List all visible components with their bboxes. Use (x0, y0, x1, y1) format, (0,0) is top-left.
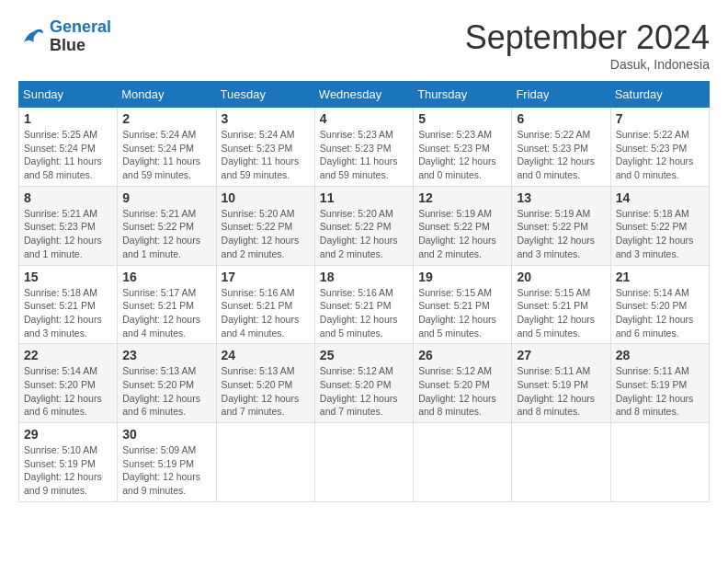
calendar-table: Sunday Monday Tuesday Wednesday Thursday… (18, 81, 710, 502)
day-info: Sunrise: 5:18 AMSunset: 5:21 PMDaylight:… (24, 286, 112, 340)
calendar-cell: 1 Sunrise: 5:25 AMSunset: 5:24 PMDayligh… (19, 108, 118, 187)
day-info: Sunrise: 5:12 AMSunset: 5:20 PMDaylight:… (320, 364, 408, 419)
calendar-cell: 14 Sunrise: 5:18 AMSunset: 5:22 PMDaylig… (610, 186, 709, 265)
calendar-cell (414, 423, 512, 502)
day-number: 25 (320, 348, 408, 362)
calendar-cell: 30 Sunrise: 5:09 AMSunset: 5:19 PMDaylig… (118, 423, 216, 502)
day-number: 10 (222, 190, 310, 205)
day-info: Sunrise: 5:12 AMSunset: 5:20 PMDaylight:… (418, 364, 506, 419)
calendar-cell: 3 Sunrise: 5:24 AMSunset: 5:23 PMDayligh… (216, 108, 314, 187)
day-number: 7 (616, 111, 704, 126)
calendar-week-2: 15 Sunrise: 5:18 AMSunset: 5:21 PMDaylig… (19, 265, 710, 344)
day-number: 14 (616, 190, 704, 205)
day-info: Sunrise: 5:20 AMSunset: 5:22 PMDaylight:… (320, 207, 408, 261)
calendar-cell: 22 Sunrise: 5:14 AMSunset: 5:20 PMDaylig… (19, 344, 118, 423)
day-info: Sunrise: 5:17 AMSunset: 5:21 PMDaylight:… (122, 286, 210, 340)
day-number: 30 (122, 427, 210, 442)
day-info: Sunrise: 5:21 AMSunset: 5:22 PMDaylight:… (122, 207, 210, 261)
day-info: Sunrise: 5:24 AMSunset: 5:24 PMDaylight:… (122, 128, 210, 182)
day-number: 2 (122, 111, 210, 126)
calendar-cell: 13 Sunrise: 5:19 AMSunset: 5:22 PMDaylig… (512, 186, 610, 265)
day-number: 13 (517, 190, 605, 205)
day-info: Sunrise: 5:22 AMSunset: 5:23 PMDaylight:… (616, 128, 704, 182)
day-info: Sunrise: 5:21 AMSunset: 5:23 PMDaylight:… (24, 207, 112, 261)
calendar-cell: 2 Sunrise: 5:24 AMSunset: 5:24 PMDayligh… (118, 108, 216, 187)
calendar-cell: 21 Sunrise: 5:14 AMSunset: 5:20 PMDaylig… (610, 265, 709, 344)
header-wednesday: Wednesday (314, 82, 413, 108)
calendar-week-4: 29 Sunrise: 5:10 AMSunset: 5:19 PMDaylig… (19, 423, 710, 502)
day-number: 3 (222, 111, 310, 126)
day-number: 26 (418, 348, 506, 362)
day-number: 18 (320, 270, 408, 284)
logo-text: GeneralBlue (50, 18, 111, 55)
day-info: Sunrise: 5:23 AMSunset: 5:23 PMDaylight:… (320, 128, 408, 182)
header-saturday: Saturday (610, 82, 709, 108)
day-number: 11 (320, 190, 408, 205)
weekday-header-row: Sunday Monday Tuesday Wednesday Thursday… (19, 82, 710, 108)
header-friday: Friday (512, 82, 610, 108)
day-number: 12 (418, 190, 506, 205)
day-number: 9 (122, 190, 210, 205)
calendar-cell: 27 Sunrise: 5:11 AMSunset: 5:19 PMDaylig… (512, 344, 610, 423)
calendar-cell: 8 Sunrise: 5:21 AMSunset: 5:23 PMDayligh… (19, 186, 118, 265)
calendar-cell: 15 Sunrise: 5:18 AMSunset: 5:21 PMDaylig… (19, 265, 118, 344)
calendar-cell: 6 Sunrise: 5:22 AMSunset: 5:23 PMDayligh… (512, 108, 610, 187)
calendar-cell: 19 Sunrise: 5:15 AMSunset: 5:21 PMDaylig… (414, 265, 512, 344)
logo-icon (18, 23, 46, 51)
day-info: Sunrise: 5:14 AMSunset: 5:20 PMDaylight:… (616, 286, 704, 340)
day-number: 29 (24, 427, 112, 442)
calendar-cell: 24 Sunrise: 5:13 AMSunset: 5:20 PMDaylig… (216, 344, 314, 423)
calendar-week-1: 8 Sunrise: 5:21 AMSunset: 5:23 PMDayligh… (19, 186, 710, 265)
day-number: 16 (122, 270, 210, 284)
day-number: 4 (320, 111, 408, 126)
day-number: 24 (222, 348, 310, 362)
calendar-cell: 5 Sunrise: 5:23 AMSunset: 5:23 PMDayligh… (414, 108, 512, 187)
header-thursday: Thursday (414, 82, 512, 108)
day-number: 23 (122, 348, 210, 362)
calendar-week-3: 22 Sunrise: 5:14 AMSunset: 5:20 PMDaylig… (19, 344, 710, 423)
calendar-cell: 12 Sunrise: 5:19 AMSunset: 5:22 PMDaylig… (414, 186, 512, 265)
calendar-cell (512, 423, 610, 502)
day-number: 20 (517, 270, 605, 284)
day-info: Sunrise: 5:19 AMSunset: 5:22 PMDaylight:… (517, 207, 605, 261)
day-info: Sunrise: 5:20 AMSunset: 5:22 PMDaylight:… (222, 207, 310, 261)
day-number: 17 (222, 270, 310, 284)
calendar-cell: 18 Sunrise: 5:16 AMSunset: 5:21 PMDaylig… (314, 265, 413, 344)
day-info: Sunrise: 5:23 AMSunset: 5:23 PMDaylight:… (418, 128, 506, 182)
location: Dasuk, Indonesia (465, 57, 710, 72)
day-number: 19 (418, 270, 506, 284)
logo: GeneralBlue (18, 18, 111, 55)
day-number: 6 (517, 111, 605, 126)
day-info: Sunrise: 5:18 AMSunset: 5:22 PMDaylight:… (616, 207, 704, 261)
day-info: Sunrise: 5:10 AMSunset: 5:19 PMDaylight:… (24, 443, 112, 498)
calendar-cell: 29 Sunrise: 5:10 AMSunset: 5:19 PMDaylig… (19, 423, 118, 502)
calendar-cell (216, 423, 314, 502)
calendar-cell: 10 Sunrise: 5:20 AMSunset: 5:22 PMDaylig… (216, 186, 314, 265)
day-number: 21 (616, 270, 704, 284)
month-title: September 2024 (465, 18, 710, 57)
day-number: 28 (616, 348, 704, 362)
day-info: Sunrise: 5:16 AMSunset: 5:21 PMDaylight:… (320, 286, 408, 340)
calendar-cell: 17 Sunrise: 5:16 AMSunset: 5:21 PMDaylig… (216, 265, 314, 344)
day-number: 15 (24, 270, 112, 284)
day-info: Sunrise: 5:11 AMSunset: 5:19 PMDaylight:… (616, 364, 704, 419)
day-number: 5 (418, 111, 506, 126)
calendar-week-0: 1 Sunrise: 5:25 AMSunset: 5:24 PMDayligh… (19, 108, 710, 187)
calendar-cell: 23 Sunrise: 5:13 AMSunset: 5:20 PMDaylig… (118, 344, 216, 423)
calendar-cell: 16 Sunrise: 5:17 AMSunset: 5:21 PMDaylig… (118, 265, 216, 344)
calendar-cell: 28 Sunrise: 5:11 AMSunset: 5:19 PMDaylig… (610, 344, 709, 423)
day-info: Sunrise: 5:11 AMSunset: 5:19 PMDaylight:… (517, 364, 605, 419)
header-tuesday: Tuesday (216, 82, 314, 108)
day-info: Sunrise: 5:19 AMSunset: 5:22 PMDaylight:… (418, 207, 506, 261)
calendar-cell: 25 Sunrise: 5:12 AMSunset: 5:20 PMDaylig… (314, 344, 413, 423)
day-info: Sunrise: 5:13 AMSunset: 5:20 PMDaylight:… (122, 364, 210, 419)
page-header: GeneralBlue September 2024 Dasuk, Indone… (18, 18, 710, 72)
header-sunday: Sunday (19, 82, 118, 108)
calendar-cell: 7 Sunrise: 5:22 AMSunset: 5:23 PMDayligh… (610, 108, 709, 187)
day-info: Sunrise: 5:25 AMSunset: 5:24 PMDaylight:… (24, 128, 112, 182)
day-info: Sunrise: 5:24 AMSunset: 5:23 PMDaylight:… (222, 128, 310, 182)
day-number: 1 (24, 111, 112, 126)
title-block: September 2024 Dasuk, Indonesia (465, 18, 710, 72)
calendar-cell: 9 Sunrise: 5:21 AMSunset: 5:22 PMDayligh… (118, 186, 216, 265)
day-info: Sunrise: 5:13 AMSunset: 5:20 PMDaylight:… (222, 364, 310, 419)
